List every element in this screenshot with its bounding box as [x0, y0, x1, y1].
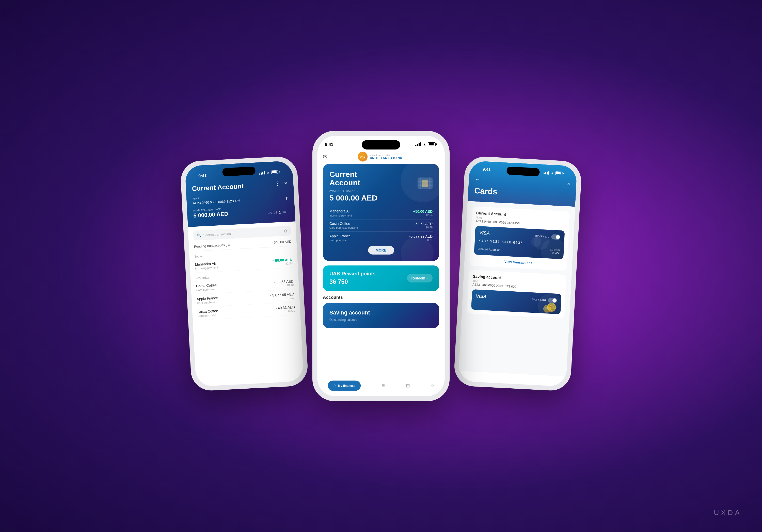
right-phone: 9:41 ▲ ← × C	[453, 156, 582, 392]
cards-arrow[interactable]: ›	[287, 209, 289, 214]
search-input[interactable]: Search transaction	[203, 229, 282, 237]
txn-time: 09:21	[410, 238, 432, 241]
pending-amount: - 540.00 AED	[272, 239, 292, 244]
txn-sub: Card purchase	[197, 313, 218, 317]
list-item[interactable]: Apple France Card purchase -5 677.99 AED…	[330, 231, 432, 244]
card-expiry: 08/22	[550, 251, 560, 255]
nav-item-grid[interactable]: ⊞	[406, 383, 410, 389]
wifi-icon-left: ▲	[267, 170, 270, 174]
balance-center: 5 000.00 AED	[330, 193, 432, 202]
accounts-label: Accounts	[323, 295, 439, 299]
bottom-nav: ⌂ My finances ≡ ⊞ ○	[317, 377, 444, 396]
txn-time: 18:49	[414, 226, 432, 229]
block-card-toggle[interactable]	[551, 234, 561, 239]
block-card-toggle-saving[interactable]	[548, 298, 557, 303]
close-button-left[interactable]: ×	[284, 180, 287, 187]
bank-name-text: UNITED ARAB BANK	[370, 156, 402, 160]
visa-card-current: VISA Block card 4437 9181 5310 6636	[474, 226, 565, 259]
mail-icon[interactable]: ✉	[323, 153, 328, 160]
nav-item-finances[interactable]: ⌂ My finances	[328, 380, 361, 391]
left-phone: 9:41 ▲ Current Account	[180, 156, 309, 392]
txn-amount: -5 677.99 AED	[410, 234, 432, 238]
card-holder-name: Ahmed Abdullah	[478, 247, 500, 252]
expiry-label: EXPIRES	[550, 248, 560, 251]
txn-sub: Incoming payment	[330, 214, 352, 217]
txn-name: Costa Coffee	[197, 309, 218, 314]
signal-icon-center	[415, 142, 421, 146]
balance-label-center: AVAILABLE BALANCE	[330, 189, 432, 192]
txn-sub: Card purchase	[330, 238, 351, 242]
cards-label-left: CARDS	[267, 211, 277, 215]
reward-title: UAB Reward points	[330, 271, 375, 277]
status-time-left: 9:41	[198, 173, 207, 178]
dynamic-island-left	[222, 166, 256, 176]
account-title-left: Current Account	[192, 182, 244, 193]
txn-sub: Incoming payment	[195, 266, 218, 270]
svg-rect-7	[422, 180, 428, 187]
redeem-label: Redeem	[412, 276, 425, 280]
visa-logo: VISA	[479, 230, 490, 236]
redeem-arrow: ›	[427, 276, 428, 280]
more-button[interactable]: MORE	[368, 246, 394, 254]
nav-item-profile[interactable]: ○	[431, 383, 434, 389]
back-button[interactable]: ←	[475, 176, 481, 183]
txn-name: Costa Coffee	[330, 222, 358, 226]
nav-item-menu[interactable]: ≡	[382, 383, 385, 389]
txn-name: Mahendra Ali	[195, 261, 218, 267]
svg-rect-3	[419, 177, 420, 189]
pending-label: Pending transactions (3)	[194, 243, 230, 248]
txn-name: Mahendra Ali	[330, 209, 352, 213]
more-menu-button[interactable]: ⋮	[274, 180, 280, 187]
menu-icon: ≡	[382, 383, 385, 389]
home-icon: ⌂	[334, 383, 337, 389]
center-phone: ✉ UAB بنك العربي المتحد UNITED ARAB BANK	[312, 131, 450, 401]
saving-account-section: Saving account IBAN AE23 0460 0000 0069 …	[467, 270, 567, 318]
dynamic-island-center	[362, 140, 400, 150]
uxda-watermark: UXDA	[714, 509, 742, 517]
signal-icon-left	[259, 171, 265, 175]
grid-icon: ⊞	[406, 383, 410, 389]
svg-text:UAB: UAB	[360, 155, 365, 158]
txn-name: Costa Coffee	[196, 283, 217, 288]
status-time-center: 9:41	[325, 142, 333, 147]
search-icon: 🔍	[197, 233, 201, 237]
account-card-title: Current Account	[330, 170, 432, 187]
txn-amount: -58.53 AED	[414, 222, 432, 226]
cards-content: Current Account IBAN AE23 0460 0000 0069…	[459, 201, 575, 376]
txn-name: Apple France	[196, 296, 218, 301]
visa-logo-saving: VISA	[476, 294, 487, 299]
txn-time: 12:54	[413, 214, 432, 217]
accounts-section: Accounts Saving account Outstanding bala…	[317, 295, 444, 328]
battery-icon-right	[555, 171, 564, 175]
list-item[interactable]: Costa Coffee Card purchase pending -58.5…	[330, 219, 432, 232]
nav-label-finances: My finances	[338, 384, 355, 387]
list-item[interactable]: Mahendra Ali Incoming payment +50.00 AED…	[330, 207, 432, 219]
signal-icon-right	[544, 170, 549, 174]
iban-value-left: AE23 0460 0000 0069 3123 456	[192, 199, 240, 205]
txn-sub: Card purchase	[197, 300, 218, 304]
current-account-section: Current Account IBAN AE23 0460 0000 0069…	[469, 206, 570, 271]
bank-logo-area: UAB بنك العربي المتحد UNITED ARAB BANK	[358, 152, 402, 162]
txn-sub: Card purchase pending	[330, 226, 358, 229]
redeem-button[interactable]: Redeem ›	[407, 274, 432, 283]
block-card-label-saving: Block card	[532, 297, 546, 301]
txn-amount: +50.00 AED	[413, 209, 432, 214]
visa-card-saving: VISA Block card 🪙 🪙	[471, 289, 562, 314]
filter-icon[interactable]: ⚙	[284, 229, 287, 233]
txn-sub: Card purchase	[196, 288, 217, 292]
profile-icon: ○	[431, 383, 434, 389]
share-icon[interactable]: ⬆	[285, 196, 288, 201]
status-time-right: 9:41	[482, 167, 491, 172]
bank-logo: UAB	[358, 152, 368, 162]
svg-rect-4	[429, 177, 430, 189]
reward-card: UAB Reward points 36 750 Redeem ›	[323, 265, 439, 291]
balance-amount-left: 5 000.00 AED	[193, 211, 229, 219]
close-button-right[interactable]: ×	[567, 181, 571, 188]
saving-account-title: Saving account	[330, 309, 432, 316]
battery-icon-center	[428, 142, 437, 146]
account-card-center: Current Account AVAILABLE BALANCE 5 000.…	[323, 164, 439, 261]
txn-name: Apple France	[330, 234, 351, 238]
saving-account-card[interactable]: Saving account Outstanding balance	[323, 303, 439, 328]
saving-balance-label: Outstanding balance	[330, 318, 432, 321]
dynamic-island-right	[506, 166, 540, 176]
